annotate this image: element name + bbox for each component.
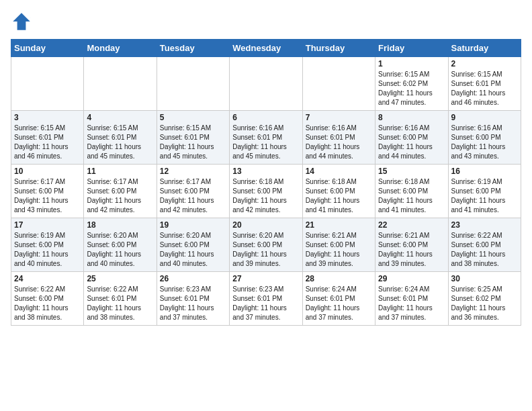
day-info: Sunrise: 6:25 AM Sunset: 6:02 PM Dayligh…	[451, 285, 518, 322]
day-header-monday: Monday	[84, 40, 157, 57]
day-number: 24	[14, 274, 81, 283]
week-row-3: 17Sunrise: 6:19 AM Sunset: 6:00 PM Dayli…	[11, 218, 521, 272]
calendar-cell: 22Sunrise: 6:21 AM Sunset: 6:00 PM Dayli…	[375, 218, 448, 272]
calendar-cell: 5Sunrise: 6:15 AM Sunset: 6:01 PM Daylig…	[157, 111, 229, 165]
day-number: 7	[306, 113, 372, 122]
day-number: 3	[14, 113, 81, 122]
day-number: 15	[378, 167, 445, 176]
calendar-cell: 10Sunrise: 6:17 AM Sunset: 6:00 PM Dayli…	[11, 165, 84, 218]
calendar-cell: 27Sunrise: 6:23 AM Sunset: 6:01 PM Dayli…	[230, 272, 302, 326]
logo	[11, 11, 35, 32]
calendar-cell: 25Sunrise: 6:22 AM Sunset: 6:01 PM Dayli…	[84, 272, 157, 326]
day-number: 22	[378, 220, 445, 230]
calendar-cell: 2Sunrise: 6:15 AM Sunset: 6:01 PM Daylig…	[448, 57, 521, 111]
day-number: 6	[232, 113, 299, 122]
calendar-cell: 17Sunrise: 6:19 AM Sunset: 6:00 PM Dayli…	[11, 218, 84, 272]
day-header-saturday: Saturday	[448, 40, 521, 57]
calendar-cell: 18Sunrise: 6:20 AM Sunset: 6:00 PM Dayli…	[84, 218, 157, 272]
day-number: 17	[14, 220, 81, 230]
day-number: 30	[451, 274, 518, 283]
day-number: 19	[160, 220, 226, 230]
calendar-cell: 12Sunrise: 6:17 AM Sunset: 6:00 PM Dayli…	[157, 165, 229, 218]
day-header-friday: Friday	[375, 40, 448, 57]
day-info: Sunrise: 6:20 AM Sunset: 6:00 PM Dayligh…	[87, 231, 153, 269]
calendar-cell: 30Sunrise: 6:25 AM Sunset: 6:02 PM Dayli…	[448, 272, 521, 326]
day-info: Sunrise: 6:20 AM Sunset: 6:00 PM Dayligh…	[232, 231, 299, 269]
day-info: Sunrise: 6:23 AM Sunset: 6:01 PM Dayligh…	[232, 285, 299, 322]
day-header-wednesday: Wednesday	[230, 40, 302, 57]
calendar-cell: 21Sunrise: 6:21 AM Sunset: 6:00 PM Dayli…	[302, 218, 375, 272]
day-info: Sunrise: 6:15 AM Sunset: 6:01 PM Dayligh…	[14, 124, 81, 161]
day-number: 11	[87, 167, 153, 176]
calendar-cell	[11, 57, 84, 111]
day-info: Sunrise: 6:21 AM Sunset: 6:00 PM Dayligh…	[378, 231, 445, 269]
day-number: 29	[378, 274, 445, 283]
day-header-sunday: Sunday	[11, 40, 84, 57]
day-info: Sunrise: 6:19 AM Sunset: 6:00 PM Dayligh…	[14, 231, 81, 269]
day-info: Sunrise: 6:15 AM Sunset: 6:02 PM Dayligh…	[378, 70, 445, 107]
day-info: Sunrise: 6:22 AM Sunset: 6:01 PM Dayligh…	[87, 285, 153, 322]
week-row-0: 1Sunrise: 6:15 AM Sunset: 6:02 PM Daylig…	[11, 57, 521, 111]
week-row-4: 24Sunrise: 6:22 AM Sunset: 6:00 PM Dayli…	[11, 272, 521, 326]
day-info: Sunrise: 6:22 AM Sunset: 6:00 PM Dayligh…	[451, 231, 518, 269]
calendar-cell: 14Sunrise: 6:18 AM Sunset: 6:00 PM Dayli…	[302, 165, 375, 218]
day-number: 20	[232, 220, 299, 230]
week-row-1: 3Sunrise: 6:15 AM Sunset: 6:01 PM Daylig…	[11, 111, 521, 165]
calendar-cell: 23Sunrise: 6:22 AM Sunset: 6:00 PM Dayli…	[448, 218, 521, 272]
calendar-cell: 11Sunrise: 6:17 AM Sunset: 6:00 PM Dayli…	[84, 165, 157, 218]
calendar-cell: 7Sunrise: 6:16 AM Sunset: 6:01 PM Daylig…	[302, 111, 375, 165]
calendar-cell: 9Sunrise: 6:16 AM Sunset: 6:00 PM Daylig…	[448, 111, 521, 165]
day-info: Sunrise: 6:15 AM Sunset: 6:01 PM Dayligh…	[160, 124, 226, 161]
day-number: 1	[378, 59, 445, 68]
day-info: Sunrise: 6:24 AM Sunset: 6:01 PM Dayligh…	[306, 285, 372, 322]
calendar-cell: 4Sunrise: 6:15 AM Sunset: 6:01 PM Daylig…	[84, 111, 157, 165]
day-info: Sunrise: 6:21 AM Sunset: 6:00 PM Dayligh…	[306, 231, 372, 269]
day-info: Sunrise: 6:22 AM Sunset: 6:00 PM Dayligh…	[14, 285, 81, 322]
day-number: 12	[160, 167, 226, 176]
day-info: Sunrise: 6:16 AM Sunset: 6:00 PM Dayligh…	[451, 124, 518, 161]
calendar-cell: 8Sunrise: 6:16 AM Sunset: 6:00 PM Daylig…	[375, 111, 448, 165]
calendar-cell	[230, 57, 302, 111]
day-number: 14	[306, 167, 372, 176]
day-number: 8	[378, 113, 445, 122]
day-info: Sunrise: 6:15 AM Sunset: 6:01 PM Dayligh…	[87, 124, 153, 161]
calendar-table: SundayMondayTuesdayWednesdayThursdayFrid…	[11, 39, 521, 326]
day-header-tuesday: Tuesday	[157, 40, 229, 57]
calendar-cell: 29Sunrise: 6:24 AM Sunset: 6:01 PM Dayli…	[375, 272, 448, 326]
day-info: Sunrise: 6:18 AM Sunset: 6:00 PM Dayligh…	[378, 177, 445, 215]
day-info: Sunrise: 6:20 AM Sunset: 6:00 PM Dayligh…	[160, 231, 226, 269]
day-info: Sunrise: 6:16 AM Sunset: 6:01 PM Dayligh…	[232, 124, 299, 161]
day-number: 13	[232, 167, 299, 176]
calendar-cell: 1Sunrise: 6:15 AM Sunset: 6:02 PM Daylig…	[375, 57, 448, 111]
calendar-cell: 15Sunrise: 6:18 AM Sunset: 6:00 PM Dayli…	[375, 165, 448, 218]
day-info: Sunrise: 6:18 AM Sunset: 6:00 PM Dayligh…	[306, 177, 372, 215]
day-number: 23	[451, 220, 518, 230]
calendar-cell: 26Sunrise: 6:23 AM Sunset: 6:01 PM Dayli…	[157, 272, 229, 326]
day-info: Sunrise: 6:17 AM Sunset: 6:00 PM Dayligh…	[87, 177, 153, 215]
calendar-cell	[157, 57, 229, 111]
day-header-thursday: Thursday	[302, 40, 375, 57]
page: SundayMondayTuesdayWednesdayThursdayFrid…	[0, 0, 532, 332]
day-info: Sunrise: 6:17 AM Sunset: 6:00 PM Dayligh…	[160, 177, 226, 215]
day-number: 28	[306, 274, 372, 283]
day-number: 25	[87, 274, 153, 283]
header	[11, 11, 521, 32]
calendar-cell: 19Sunrise: 6:20 AM Sunset: 6:00 PM Dayli…	[157, 218, 229, 272]
day-info: Sunrise: 6:17 AM Sunset: 6:00 PM Dayligh…	[14, 177, 81, 215]
calendar-cell: 6Sunrise: 6:16 AM Sunset: 6:01 PM Daylig…	[230, 111, 302, 165]
calendar-header-row: SundayMondayTuesdayWednesdayThursdayFrid…	[11, 40, 521, 57]
calendar-cell: 24Sunrise: 6:22 AM Sunset: 6:00 PM Dayli…	[11, 272, 84, 326]
day-info: Sunrise: 6:23 AM Sunset: 6:01 PM Dayligh…	[160, 285, 226, 322]
day-number: 10	[14, 167, 81, 176]
day-number: 26	[160, 274, 226, 283]
day-info: Sunrise: 6:19 AM Sunset: 6:00 PM Dayligh…	[451, 177, 518, 215]
day-info: Sunrise: 6:16 AM Sunset: 6:01 PM Dayligh…	[306, 124, 372, 161]
day-info: Sunrise: 6:16 AM Sunset: 6:00 PM Dayligh…	[378, 124, 445, 161]
calendar-cell: 28Sunrise: 6:24 AM Sunset: 6:01 PM Dayli…	[302, 272, 375, 326]
day-number: 5	[160, 113, 226, 122]
day-number: 18	[87, 220, 153, 230]
day-number: 21	[306, 220, 372, 230]
day-info: Sunrise: 6:24 AM Sunset: 6:01 PM Dayligh…	[378, 285, 445, 322]
day-number: 27	[232, 274, 299, 283]
calendar-cell: 13Sunrise: 6:18 AM Sunset: 6:00 PM Dayli…	[230, 165, 302, 218]
